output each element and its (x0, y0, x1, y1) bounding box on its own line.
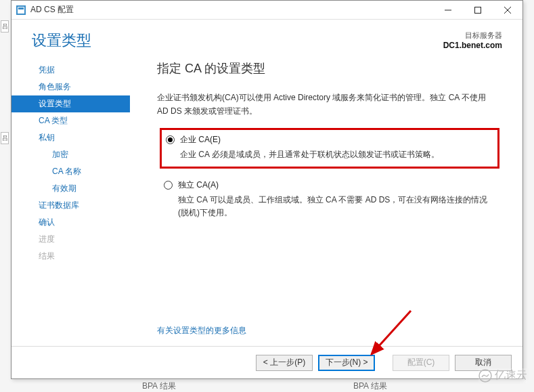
option-standalone-label: 独立 CA(A) (178, 179, 495, 191)
sidebar-item-crypto[interactable]: 加密 (12, 146, 130, 163)
header: 设置类型 目标服务器 DC1.benet.com (12, 20, 522, 58)
sidebar-item-private-key[interactable]: 私钥 (12, 129, 130, 146)
option-enterprise-ca[interactable]: 企业 CA(E) 企业 CA 必须是域成员，并且通常处于联机状态以颁发证书或证书… (160, 128, 499, 169)
bpa-results-left: BPA 结果 (142, 380, 176, 392)
target-server-block: 目标服务器 DC1.benet.com (443, 30, 502, 50)
close-button[interactable] (493, 1, 522, 20)
sidebar-item-results: 结果 (12, 248, 130, 265)
radio-standalone-ca[interactable] (164, 181, 173, 190)
configure-button: 配置(C) (393, 355, 449, 371)
option-enterprise-label: 企业 CA(E) (180, 134, 493, 146)
option-standalone-ca[interactable]: 独立 CA(A) 独立 CA 可以是成员、工作组或域。独立 CA 不需要 AD … (160, 175, 499, 225)
prev-button[interactable]: < 上一步(P) (256, 355, 313, 371)
target-server-label: 目标服务器 (443, 30, 502, 41)
sidebar: 凭据 角色服务 设置类型 CA 类型 私钥 加密 CA 名称 有效期 证书数据库… (12, 58, 130, 342)
window-controls (433, 1, 522, 20)
sidebar-item-progress: 进度 (12, 231, 130, 248)
sidebar-item-role-services[interactable]: 角色服务 (12, 79, 130, 95)
sidebar-item-setup-type[interactable]: 设置类型 (12, 95, 130, 112)
option-standalone-body: 独立 CA(A) 独立 CA 可以是成员、工作组或域。独立 CA 不需要 AD … (178, 179, 495, 219)
svg-rect-4 (475, 7, 481, 13)
footer: < 上一步(P) 下一步(N) > 配置(C) 取消 (12, 346, 522, 378)
main-content: 指定 CA 的设置类型 企业证书颁发机构(CA)可以使用 Active Dire… (130, 58, 522, 342)
left-decoration-1: 吕 (1, 20, 9, 32)
main-description: 企业证书颁发机构(CA)可以使用 Active Directory 域服务来简化… (157, 91, 499, 118)
wizard-window: AD CS 配置 设置类型 目标服务器 DC1.benet.com 凭据 角色服… (11, 0, 523, 379)
option-group: 企业 CA(E) 企业 CA 必须是域成员，并且通常处于联机状态以颁发证书或证书… (160, 128, 499, 225)
body: 凭据 角色服务 设置类型 CA 类型 私钥 加密 CA 名称 有效期 证书数据库… (12, 58, 522, 342)
radio-enterprise-ca[interactable] (166, 135, 175, 144)
option-standalone-desc: 独立 CA 可以是成员、工作组或域。独立 CA 不需要 AD DS，可在没有网络… (178, 194, 495, 219)
more-info-link[interactable]: 有关设置类型的更多信息 (157, 326, 246, 335)
sidebar-item-validity[interactable]: 有效期 (12, 180, 130, 197)
more-info-row: 有关设置类型的更多信息 (157, 325, 246, 336)
sidebar-item-ca-name[interactable]: CA 名称 (12, 163, 130, 180)
svg-rect-2 (18, 7, 24, 9)
minimize-button[interactable] (433, 1, 463, 20)
sidebar-item-cert-db[interactable]: 证书数据库 (12, 197, 130, 214)
watermark-text: 亿速云 (495, 368, 527, 383)
watermark: 亿速云 (479, 368, 527, 383)
left-decoration-2: 吕 (1, 132, 9, 144)
main-title: 指定 CA 的设置类型 (157, 60, 499, 77)
sidebar-item-ca-type[interactable]: CA 类型 (12, 112, 130, 129)
bpa-results-right: BPA 结果 (353, 380, 387, 392)
next-button[interactable]: 下一步(N) > (318, 355, 375, 371)
titlebar: AD CS 配置 (12, 1, 522, 20)
maximize-button[interactable] (463, 1, 493, 20)
page-title: 设置类型 (32, 30, 91, 51)
option-enterprise-body: 企业 CA(E) 企业 CA 必须是域成员，并且通常处于联机状态以颁发证书或证书… (180, 134, 493, 161)
option-enterprise-desc: 企业 CA 必须是域成员，并且通常处于联机状态以颁发证书或证书策略。 (180, 148, 493, 161)
sidebar-item-confirm[interactable]: 确认 (12, 214, 130, 231)
sidebar-item-credentials[interactable]: 凭据 (12, 62, 130, 79)
app-icon (16, 5, 26, 16)
target-server-name: DC1.benet.com (443, 41, 502, 50)
window-title: AD CS 配置 (30, 4, 433, 16)
